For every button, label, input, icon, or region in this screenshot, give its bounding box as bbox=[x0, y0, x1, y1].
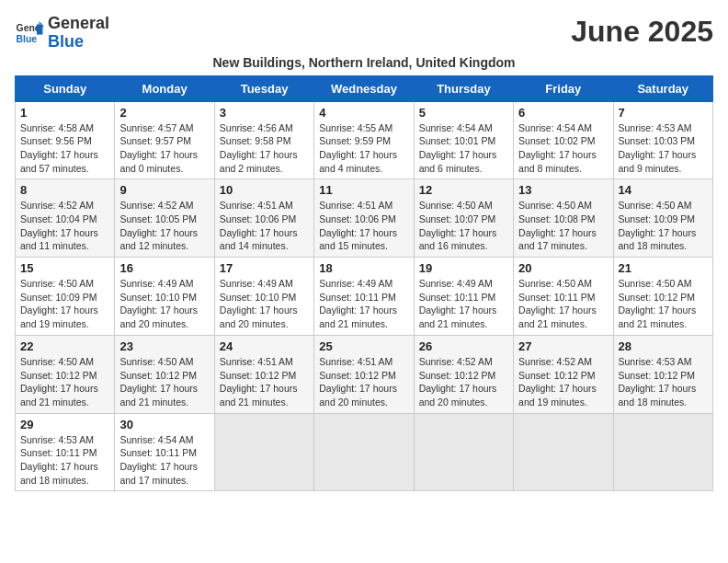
calendar-cell: 5 Sunrise: 4:54 AMSunset: 10:01 PMDaylig… bbox=[414, 101, 513, 179]
day-info: Sunrise: 4:52 AMSunset: 10:12 PMDaylight… bbox=[419, 356, 497, 408]
day-number: 23 bbox=[119, 339, 209, 353]
day-info: Sunrise: 4:51 AMSunset: 10:06 PMDaylight… bbox=[319, 200, 397, 251]
month-title: June 2025 bbox=[571, 15, 713, 49]
day-number: 8 bbox=[20, 183, 109, 197]
calendar-cell: 25 Sunrise: 4:51 AMSunset: 10:12 PMDayli… bbox=[314, 335, 414, 413]
day-number: 20 bbox=[518, 261, 608, 275]
calendar-cell bbox=[514, 413, 613, 491]
day-info: Sunrise: 4:53 AMSunset: 10:03 PMDaylight… bbox=[619, 122, 697, 174]
calendar-cell: 26 Sunrise: 4:52 AMSunset: 10:12 PMDayli… bbox=[414, 335, 513, 413]
day-number: 24 bbox=[220, 339, 309, 353]
calendar-cell: 14 Sunrise: 4:50 AMSunset: 10:09 PMDayli… bbox=[613, 179, 712, 258]
day-number: 30 bbox=[119, 418, 209, 431]
calendar-cell: 19 Sunrise: 4:49 AMSunset: 10:11 PMDayli… bbox=[414, 258, 513, 336]
calendar-cell: 27 Sunrise: 4:52 AMSunset: 10:12 PMDayli… bbox=[514, 335, 613, 413]
day-info: Sunrise: 4:50 AMSunset: 10:09 PMDaylight… bbox=[619, 200, 697, 251]
calendar-cell: 28 Sunrise: 4:53 AMSunset: 10:12 PMDayli… bbox=[613, 335, 712, 413]
subtitle: New Buildings, Northern Ireland, United … bbox=[15, 55, 713, 70]
day-number: 14 bbox=[619, 183, 708, 197]
day-info: Sunrise: 4:52 AMSunset: 10:12 PMDaylight… bbox=[518, 356, 597, 408]
calendar-cell: 21 Sunrise: 4:50 AMSunset: 10:12 PMDayli… bbox=[613, 258, 712, 336]
calendar-cell bbox=[314, 413, 414, 491]
day-number: 29 bbox=[20, 418, 109, 431]
day-info: Sunrise: 4:53 AMSunset: 10:11 PMDaylight… bbox=[20, 434, 98, 486]
calendar-week-4: 22 Sunrise: 4:50 AMSunset: 10:12 PMDayli… bbox=[16, 335, 713, 413]
calendar-cell: 29 Sunrise: 4:53 AMSunset: 10:11 PMDayli… bbox=[16, 413, 115, 491]
day-number: 17 bbox=[220, 261, 309, 275]
day-info: Sunrise: 4:49 AMSunset: 10:10 PMDaylight… bbox=[119, 278, 198, 329]
col-wednesday: Wednesday bbox=[314, 75, 414, 101]
day-info: Sunrise: 4:52 AMSunset: 10:04 PMDaylight… bbox=[20, 200, 98, 251]
calendar-cell: 24 Sunrise: 4:51 AMSunset: 10:12 PMDayli… bbox=[214, 335, 313, 413]
day-number: 3 bbox=[220, 106, 309, 120]
calendar-cell bbox=[613, 413, 712, 491]
day-info: Sunrise: 4:50 AMSunset: 10:08 PMDaylight… bbox=[518, 200, 597, 251]
calendar-cell: 13 Sunrise: 4:50 AMSunset: 10:08 PMDayli… bbox=[514, 179, 613, 258]
day-number: 26 bbox=[419, 339, 508, 353]
day-info: Sunrise: 4:50 AMSunset: 10:12 PMDaylight… bbox=[119, 356, 198, 408]
col-saturday: Saturday bbox=[613, 75, 712, 101]
day-number: 9 bbox=[119, 183, 209, 197]
day-info: Sunrise: 4:49 AMSunset: 10:11 PMDaylight… bbox=[319, 278, 397, 329]
day-info: Sunrise: 4:49 AMSunset: 10:11 PMDaylight… bbox=[419, 278, 497, 329]
col-thursday: Thursday bbox=[414, 75, 513, 101]
day-number: 18 bbox=[319, 261, 408, 275]
calendar-cell: 18 Sunrise: 4:49 AMSunset: 10:11 PMDayli… bbox=[314, 258, 414, 336]
calendar-cell: 16 Sunrise: 4:49 AMSunset: 10:10 PMDayli… bbox=[115, 258, 214, 336]
day-info: Sunrise: 4:57 AMSunset: 9:57 PMDaylight:… bbox=[119, 122, 198, 174]
day-info: Sunrise: 4:51 AMSunset: 10:06 PMDaylight… bbox=[220, 200, 298, 251]
title-area: June 2025 bbox=[571, 15, 713, 49]
calendar-cell: 11 Sunrise: 4:51 AMSunset: 10:06 PMDayli… bbox=[314, 179, 414, 258]
calendar-cell: 2 Sunrise: 4:57 AMSunset: 9:57 PMDayligh… bbox=[115, 101, 214, 179]
day-number: 25 bbox=[319, 339, 408, 353]
calendar-cell: 17 Sunrise: 4:49 AMSunset: 10:10 PMDayli… bbox=[214, 258, 313, 336]
day-number: 1 bbox=[20, 106, 109, 120]
day-info: Sunrise: 4:50 AMSunset: 10:11 PMDaylight… bbox=[518, 278, 597, 329]
day-info: Sunrise: 4:58 AMSunset: 9:56 PMDaylight:… bbox=[20, 122, 98, 174]
col-monday: Monday bbox=[115, 75, 214, 101]
day-info: Sunrise: 4:50 AMSunset: 10:07 PMDaylight… bbox=[419, 200, 497, 251]
calendar-cell: 6 Sunrise: 4:54 AMSunset: 10:02 PMDaylig… bbox=[514, 101, 613, 179]
day-number: 22 bbox=[20, 339, 109, 353]
day-info: Sunrise: 4:53 AMSunset: 10:12 PMDaylight… bbox=[619, 356, 697, 408]
day-info: Sunrise: 4:50 AMSunset: 10:09 PMDaylight… bbox=[20, 278, 98, 329]
day-number: 6 bbox=[518, 106, 608, 120]
col-friday: Friday bbox=[514, 75, 613, 101]
calendar-cell: 30 Sunrise: 4:54 AMSunset: 10:11 PMDayli… bbox=[115, 413, 214, 491]
day-number: 11 bbox=[319, 183, 408, 197]
col-sunday: Sunday bbox=[16, 75, 115, 101]
day-number: 16 bbox=[119, 261, 209, 275]
calendar-cell: 20 Sunrise: 4:50 AMSunset: 10:11 PMDayli… bbox=[514, 258, 613, 336]
calendar-table: Sunday Monday Tuesday Wednesday Thursday… bbox=[15, 75, 713, 492]
logo-blue: Blue bbox=[48, 32, 84, 51]
day-number: 2 bbox=[119, 106, 209, 120]
day-number: 5 bbox=[419, 106, 508, 120]
day-info: Sunrise: 4:54 AMSunset: 10:11 PMDaylight… bbox=[119, 434, 198, 486]
header: General Blue General Blue June 2025 bbox=[15, 15, 713, 52]
logo: General Blue General Blue bbox=[15, 15, 109, 52]
col-tuesday: Tuesday bbox=[214, 75, 313, 101]
day-number: 15 bbox=[20, 261, 109, 275]
calendar-cell: 8 Sunrise: 4:52 AMSunset: 10:04 PMDaylig… bbox=[16, 179, 115, 258]
logo-general: General bbox=[48, 14, 109, 32]
calendar-week-2: 8 Sunrise: 4:52 AMSunset: 10:04 PMDaylig… bbox=[16, 179, 713, 258]
day-info: Sunrise: 4:50 AMSunset: 10:12 PMDaylight… bbox=[20, 356, 98, 408]
day-number: 27 bbox=[518, 339, 608, 353]
calendar-cell: 22 Sunrise: 4:50 AMSunset: 10:12 PMDayli… bbox=[16, 335, 115, 413]
calendar-cell: 7 Sunrise: 4:53 AMSunset: 10:03 PMDaylig… bbox=[613, 101, 712, 179]
calendar-cell: 3 Sunrise: 4:56 AMSunset: 9:58 PMDayligh… bbox=[214, 101, 313, 179]
calendar-cell: 10 Sunrise: 4:51 AMSunset: 10:06 PMDayli… bbox=[214, 179, 313, 258]
day-number: 12 bbox=[419, 183, 508, 197]
svg-text:Blue: Blue bbox=[17, 33, 38, 43]
calendar-week-1: 1 Sunrise: 4:58 AMSunset: 9:56 PMDayligh… bbox=[16, 101, 713, 179]
day-number: 13 bbox=[518, 183, 608, 197]
calendar-week-3: 15 Sunrise: 4:50 AMSunset: 10:09 PMDayli… bbox=[16, 258, 713, 336]
day-info: Sunrise: 4:55 AMSunset: 9:59 PMDaylight:… bbox=[319, 122, 397, 174]
day-info: Sunrise: 4:50 AMSunset: 10:12 PMDaylight… bbox=[619, 278, 697, 329]
day-number: 4 bbox=[319, 106, 408, 120]
day-number: 7 bbox=[619, 106, 708, 120]
day-number: 21 bbox=[619, 261, 708, 275]
svg-marker-2 bbox=[37, 24, 42, 34]
day-number: 28 bbox=[619, 339, 708, 353]
calendar-cell bbox=[414, 413, 513, 491]
